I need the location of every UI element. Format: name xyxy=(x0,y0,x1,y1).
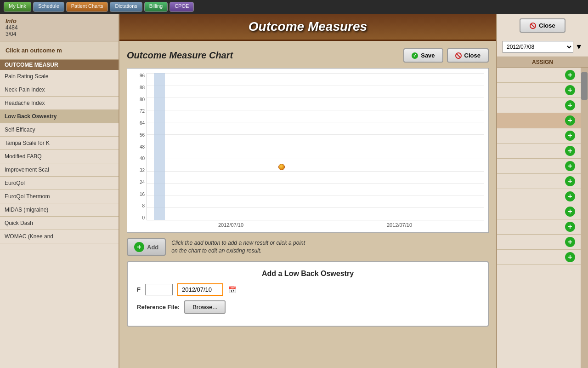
y-label-8: 8 xyxy=(142,203,145,208)
nav-schedule[interactable]: Schedule xyxy=(33,2,64,12)
click-outcome-message: Click an outcome m xyxy=(0,41,119,60)
assign-plus-2[interactable]: + xyxy=(565,85,575,95)
close-btn-area: Close xyxy=(497,14,588,37)
outcome-list: Pain Rating Scale Neck Pain Index Headac… xyxy=(0,70,119,368)
y-label-48: 48 xyxy=(140,144,145,150)
outcome-item-low-back[interactable]: Low Back Oswestry xyxy=(0,110,119,123)
assign-row-11: + xyxy=(497,219,581,235)
outcome-item-euroquol-therm[interactable]: EuroQol Thermom xyxy=(0,190,119,203)
f-label: F xyxy=(137,286,141,293)
x-label-1: 2012/07/10 xyxy=(218,222,243,228)
sidebar-number-2: 3/04 xyxy=(6,31,113,37)
add-plus-icon: + xyxy=(134,242,144,252)
nav-dictations[interactable]: Dictations xyxy=(110,2,142,12)
grid-line-10 xyxy=(147,196,484,196)
assign-plus-12[interactable]: + xyxy=(565,237,575,247)
grid-line-1 xyxy=(147,86,484,86)
nav-cpoe[interactable]: CPOE xyxy=(170,2,194,12)
assign-plus-10[interactable]: + xyxy=(565,207,575,217)
browse-button[interactable]: Browse... xyxy=(184,300,226,314)
add-form: Add a Low Back Oswestry F 📅 Reference Fi… xyxy=(127,261,489,327)
grid-line-9 xyxy=(147,183,484,184)
chart-y-axis: 96 88 80 72 64 56 48 40 32 24 16 8 0 xyxy=(132,73,147,220)
assign-plus-8[interactable]: + xyxy=(565,176,575,186)
f-input[interactable] xyxy=(145,284,173,295)
assign-plus-1[interactable]: + xyxy=(565,70,575,80)
nav-patient-charts[interactable]: Patient Charts xyxy=(66,2,108,12)
nav-my-link[interactable]: My Link xyxy=(4,2,31,12)
close-panel-button[interactable]: Close xyxy=(447,48,489,63)
assign-plus-4[interactable]: + xyxy=(565,115,575,126)
check-icon: ✓ xyxy=(412,52,418,59)
y-label-16: 16 xyxy=(140,192,145,197)
outcome-item-neck-pain[interactable]: Neck Pain Index xyxy=(0,83,119,97)
right-sidebar: Close 2012/07/08 ▼ ASSIGN + + + + + + + … xyxy=(496,14,588,368)
sidebar-info: Info 4484 3/04 xyxy=(0,14,119,41)
main-layout: Info 4484 3/04 Click an outcome m OUTCOM… xyxy=(0,14,588,368)
add-button[interactable]: + Add xyxy=(127,238,166,256)
date-selector: 2012/07/08 ▼ xyxy=(497,37,588,57)
save-button[interactable]: ✓ Save xyxy=(403,48,443,63)
chart-bar xyxy=(154,73,165,220)
assign-header: ASSIGN xyxy=(497,57,588,68)
form-row-f: F 📅 xyxy=(137,283,479,296)
assign-row-7: + xyxy=(497,159,581,174)
chart-data-point[interactable] xyxy=(278,164,285,170)
assign-row-3: + xyxy=(497,98,581,113)
chart-body xyxy=(147,73,484,220)
y-label-72: 72 xyxy=(140,109,145,114)
date-dropdown[interactable]: 2012/07/08 xyxy=(503,41,573,53)
title-bar: Outcome Measures xyxy=(119,14,496,41)
date-input[interactable] xyxy=(177,283,223,296)
y-label-96: 96 xyxy=(140,73,145,78)
grid-line-6 xyxy=(147,147,484,147)
add-label: Add xyxy=(147,244,158,251)
assign-row-1: + xyxy=(497,68,581,83)
ref-label: Reference File: xyxy=(137,304,180,310)
assign-row-4: + xyxy=(497,113,581,128)
assign-row-13: + xyxy=(497,250,581,265)
grid-line-5 xyxy=(147,134,484,135)
outcome-item-midas[interactable]: MIDAS (migraine) xyxy=(0,203,119,217)
assign-plus-11[interactable]: + xyxy=(565,222,575,232)
panel-header: Outcome Measure Chart ✓ Save Close xyxy=(127,48,489,63)
y-label-0: 0 xyxy=(142,215,145,220)
outcome-item-womac[interactable]: WOMAC (Knee and xyxy=(0,230,119,243)
assign-plus-3[interactable]: + xyxy=(565,100,575,110)
left-sidebar: Info 4484 3/04 Click an outcome m OUTCOM… xyxy=(0,14,119,368)
outcome-item-headache[interactable]: Headache Index xyxy=(0,97,119,110)
sidebar-number-1: 4484 xyxy=(6,24,113,31)
y-label-40: 40 xyxy=(140,156,145,161)
panel-title: Outcome Measure Chart xyxy=(127,50,233,61)
assign-plus-7[interactable]: + xyxy=(565,161,575,171)
assign-area: + + + + + + + + + + + + + xyxy=(497,68,588,368)
y-label-56: 56 xyxy=(140,132,145,138)
page-title: Outcome Measures xyxy=(125,19,491,34)
close-top-label: Close xyxy=(539,22,555,29)
outcome-item-quick-dash[interactable]: Quick Dash xyxy=(0,217,119,230)
outcome-item-modified-fabq[interactable]: Modified FABQ xyxy=(0,150,119,163)
outcome-item-euroquol[interactable]: EuroQol xyxy=(0,177,119,190)
y-label-64: 64 xyxy=(140,121,145,126)
add-row: + Add Click the add button to add a new … xyxy=(127,238,489,256)
calendar-icon[interactable]: 📅 xyxy=(228,285,237,294)
assign-row-5: + xyxy=(497,128,581,144)
outcome-item-tampa[interactable]: Tampa Scale for K xyxy=(0,137,119,150)
close-top-button[interactable]: Close xyxy=(520,18,565,33)
scrollbar-thumb[interactable] xyxy=(581,72,588,100)
close-no-icon xyxy=(530,23,536,29)
panel-buttons: ✓ Save Close xyxy=(403,48,489,63)
outcome-item-self-efficacy[interactable]: Self-Efficacy xyxy=(0,123,119,137)
outcome-item-improvement[interactable]: Improvement Scal xyxy=(0,163,119,177)
nav-billing[interactable]: Billing xyxy=(144,2,168,12)
assign-row-6: + xyxy=(497,144,581,159)
outcome-item-pain-rating[interactable]: Pain Rating Scale xyxy=(0,70,119,83)
assign-plus-13[interactable]: + xyxy=(565,252,575,262)
assign-row-9: + xyxy=(497,189,581,204)
dropdown-arrow-icon: ▼ xyxy=(575,43,582,51)
assign-plus-6[interactable]: + xyxy=(565,146,575,156)
modal-panel: Outcome Measure Chart ✓ Save Close xyxy=(119,41,496,368)
assign-plus-5[interactable]: + xyxy=(565,131,575,141)
assign-plus-9[interactable]: + xyxy=(565,191,575,201)
close-panel-label: Close xyxy=(464,52,481,59)
